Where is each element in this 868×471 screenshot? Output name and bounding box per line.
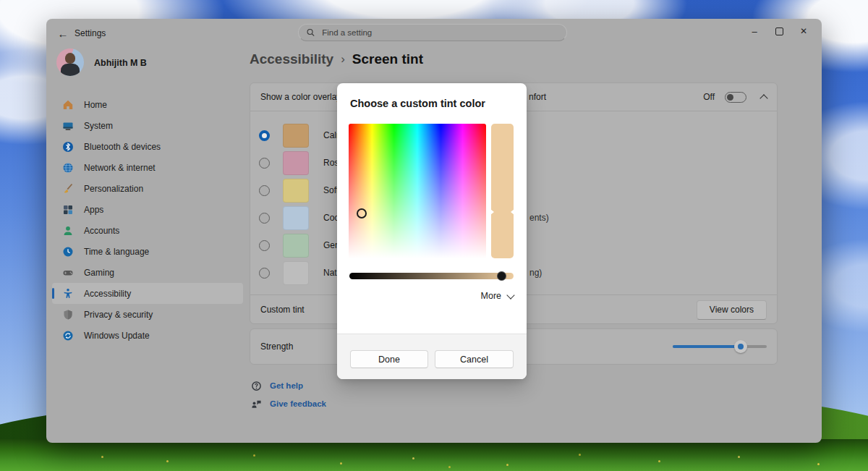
sidebar-item-time-language[interactable]: Time & language [52, 241, 243, 262]
give-feedback-link[interactable]: Give feedback [251, 397, 326, 410]
help-icon [251, 381, 262, 391]
toggle-state-label: Off [703, 92, 715, 102]
overlay-label-fragment: nfort [529, 92, 546, 102]
sidebar-item-accounts[interactable]: Accounts [52, 220, 243, 241]
tint-swatch [283, 206, 309, 230]
give-feedback-label: Give feedback [270, 399, 326, 408]
tint-swatch [283, 234, 309, 258]
sidebar-item-apps[interactable]: Apps [52, 199, 243, 220]
sidebar-item-label: Accounts [84, 226, 119, 236]
chevron-up-icon[interactable] [760, 94, 767, 102]
sidebar-item-label: Apps [84, 205, 103, 215]
sidebar-item-label: Home [84, 100, 107, 110]
bluetooth-icon [62, 141, 74, 153]
search-box[interactable] [298, 24, 567, 41]
back-arrow-icon: ← [58, 27, 69, 40]
home-icon [62, 99, 74, 111]
close-button[interactable]: ✕ [791, 22, 816, 41]
value-slider-thumb[interactable] [497, 271, 506, 281]
overlay-toggle[interactable] [725, 92, 746, 103]
gaming-icon [62, 267, 74, 279]
cancel-button[interactable]: Cancel [435, 350, 514, 368]
desktop-wallpaper: ← Settings – ✕ Abhijith M B Home System [0, 0, 868, 471]
sidebar-item-label: Personalization [84, 184, 143, 194]
sidebar-item-label: Network & internet [84, 163, 156, 173]
maximize-button[interactable] [767, 22, 791, 41]
dialog-title: Choose a custom tint color [350, 98, 485, 109]
sidebar-item-system[interactable]: System [52, 115, 243, 136]
tint-option-description-fragment: ng) [529, 268, 542, 278]
sidebar-nav: Home System Bluetooth & devices Network … [52, 94, 243, 346]
tint-value-bar[interactable] [491, 124, 514, 258]
radio-button[interactable] [259, 158, 270, 169]
color-spectrum-picker[interactable] [349, 124, 486, 258]
maximize-icon [775, 27, 783, 35]
breadcrumb-separator-icon: › [341, 52, 345, 67]
tint-swatch [283, 261, 309, 285]
tint-swatch [283, 179, 309, 203]
sidebar-item-label: Privacy & security [84, 310, 153, 320]
tint-swatch [283, 124, 309, 148]
sidebar-item-label: Windows Update [84, 331, 150, 341]
personalization-icon [62, 183, 74, 195]
sidebar-item-bluetooth[interactable]: Bluetooth & devices [52, 136, 243, 157]
page-title: Screen tint [352, 51, 423, 67]
sidebar-item-label: System [84, 121, 113, 131]
radio-button[interactable] [259, 268, 270, 279]
view-colors-button[interactable]: View colors [697, 300, 767, 320]
chevron-down-icon [506, 291, 514, 299]
sidebar-item-personalization[interactable]: Personalization [52, 178, 243, 199]
footer-links: Get help Give feedback [251, 379, 326, 415]
tint-swatch [283, 151, 309, 175]
more-expander[interactable]: More [481, 291, 514, 301]
network-icon [62, 162, 74, 174]
sidebar-item-gaming[interactable]: Gaming [52, 262, 243, 283]
feedback-icon [251, 399, 262, 410]
user-name: Abhijith M B [94, 58, 147, 68]
avatar[interactable] [56, 48, 84, 76]
strength-slider[interactable] [673, 345, 767, 348]
more-label: More [481, 291, 501, 301]
radio-button[interactable] [259, 185, 270, 196]
accounts-icon [62, 225, 74, 237]
privacy-shield-icon [62, 309, 74, 321]
sidebar-item-windows-update[interactable]: Windows Update [52, 325, 243, 346]
sidebar-item-label: Accessibility [84, 289, 131, 299]
flowers [101, 456, 103, 458]
sidebar-item-network[interactable]: Network & internet [52, 157, 243, 178]
custom-tint-color-dialog: Choose a custom tint color More Done Can… [337, 83, 527, 379]
value-slider[interactable] [349, 273, 514, 279]
system-icon [62, 120, 74, 132]
search-input[interactable] [320, 27, 558, 38]
strength-slider-thumb[interactable] [734, 340, 747, 353]
time-language-icon [62, 246, 74, 258]
sidebar-item-label: Time & language [84, 247, 149, 257]
grass [0, 439, 868, 471]
apps-icon [62, 204, 74, 216]
accessibility-icon [62, 288, 74, 300]
breadcrumb: Accessibility › Screen tint [250, 49, 423, 69]
get-help-label: Get help [270, 381, 303, 390]
back-button[interactable]: ← [54, 25, 72, 42]
get-help-link[interactable]: Get help [251, 379, 326, 392]
breadcrumb-parent[interactable]: Accessibility [250, 51, 333, 67]
sidebar-item-privacy[interactable]: Privacy & security [52, 304, 243, 325]
settings-window: ← Settings – ✕ Abhijith M B Home System [46, 19, 822, 443]
sidebar-item-home[interactable]: Home [52, 94, 243, 115]
window-title: Settings [75, 28, 106, 38]
strength-slider-fill [673, 345, 741, 348]
sidebar-item-label: Gaming [84, 268, 114, 278]
search-icon [307, 28, 315, 37]
tint-option-description-fragment: ents) [529, 213, 549, 223]
radio-button[interactable] [259, 130, 270, 141]
sidebar-item-label: Bluetooth & devices [84, 142, 161, 152]
windows-update-icon [62, 330, 74, 341]
radio-button[interactable] [259, 240, 270, 251]
toggle-knob [727, 94, 733, 101]
color-picker-cursor[interactable] [357, 208, 367, 218]
done-button[interactable]: Done [350, 350, 428, 368]
dialog-footer: Done Cancel [337, 334, 527, 379]
sidebar-item-accessibility[interactable]: Accessibility [52, 283, 243, 304]
minimize-button[interactable]: – [742, 22, 767, 41]
radio-button[interactable] [259, 213, 270, 224]
